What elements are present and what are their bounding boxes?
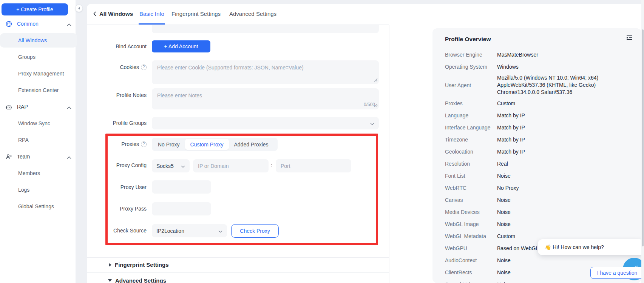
cookies-textarea[interactable] [152, 60, 379, 84]
resize-grip-icon[interactable] [374, 77, 378, 83]
chevron-up-icon [67, 154, 71, 157]
overview-row-value: Based on WebGL [497, 243, 539, 254]
proxy-user-label: Proxy User [87, 183, 147, 191]
proxy-mode-no-proxy[interactable]: No Proxy [153, 139, 185, 150]
tab-advanced-settings[interactable]: Advanced Settings [229, 11, 277, 23]
overview-row-label: WebGL Image [445, 221, 497, 227]
check-proxy-button[interactable]: Check Proxy [231, 224, 279, 238]
collapse-arrow-icon [78, 7, 80, 10]
proxy-user-input[interactable] [152, 180, 211, 194]
sidebar-item-global-settings[interactable]: Global Settings [0, 198, 76, 215]
overview-row-label: Resolution [445, 161, 497, 167]
check-source-select[interactable]: IP2Location [152, 224, 227, 237]
overview-row: Browser Engine MasMateBrowser [445, 49, 632, 61]
check-source-label: Check Source [87, 227, 147, 234]
overview-row-label: Interface Language [445, 125, 497, 131]
help-icon[interactable] [141, 65, 147, 70]
overview-row-value: Custom [497, 231, 515, 241]
browser-icon [6, 21, 12, 27]
proxy-port-input[interactable] [276, 159, 351, 172]
chevron-up-icon [67, 105, 71, 108]
overview-row-label: SpeechVoices [445, 281, 497, 283]
bind-account-label: Bind Account [87, 43, 147, 50]
cookies-field-wrap [152, 60, 379, 84]
overview-row-label: Timezone [445, 137, 497, 143]
overview-row-value: Mozilla/5.0 (Windows NT 10.0; Win64; x64… [497, 73, 630, 97]
sidebar: + Create Profile Common All Windows Grou… [0, 0, 76, 283]
proxy-pass-input[interactable] [152, 202, 211, 215]
create-profile-button[interactable]: + Create Profile [2, 3, 68, 15]
window-scrollbar [641, 0, 644, 283]
overview-row-value: Real [497, 159, 508, 169]
sidebar-section-rap[interactable]: RAP [0, 98, 76, 115]
overview-row: Media Devices Noise [445, 206, 632, 218]
sidebar-item-proxy-management[interactable]: Proxy Management [0, 65, 76, 82]
sidebar-item-logs[interactable]: Logs [0, 181, 76, 198]
overview-row-label: Browser Engine [445, 52, 497, 58]
chat-question-button[interactable]: I have a question [590, 267, 644, 279]
overview-row-label: WebRTC [445, 185, 497, 191]
add-account-button[interactable]: + Add Account [152, 40, 210, 52]
sidebar-item-rpa[interactable]: RPA [0, 132, 76, 148]
team-icon [6, 154, 12, 160]
overview-row-value: Windows [497, 62, 519, 72]
overview-row: SpeechVoices Noise [445, 278, 632, 283]
overview-row-label: Operating System [445, 64, 497, 70]
proxy-config-label: Proxy Config [87, 161, 147, 169]
overview-row-label: Language [445, 112, 497, 118]
sidebar-item-extension-center[interactable]: Extension Center [0, 82, 76, 98]
overview-row-label: WebGPU [445, 245, 497, 251]
tab-basic-info[interactable]: Basic Info [139, 11, 165, 25]
panel-options-icon[interactable] [626, 35, 632, 42]
chevron-down-icon [218, 228, 222, 234]
chevron-up-icon [67, 22, 71, 25]
robot-icon [6, 104, 12, 110]
panel-title: Profile Overview [445, 36, 632, 43]
overview-row: WebRTC No Proxy [445, 182, 632, 194]
scrollbar-thumb[interactable] [642, 29, 644, 246]
fingerprint-settings-section[interactable]: Fingerprint Settings [109, 261, 169, 268]
resize-grip-icon[interactable] [374, 102, 378, 108]
profile-notes-field-wrap: 0/500 [152, 88, 379, 109]
section-separator [87, 257, 389, 258]
sidebar-item-members[interactable]: Members [0, 165, 76, 181]
proxy-ip-input[interactable] [193, 159, 269, 172]
sidebar-item-window-sync[interactable]: Window Sync [0, 115, 76, 132]
overview-row: Canvas Noise [445, 194, 632, 206]
back-to-all-windows[interactable]: All Windows [93, 11, 133, 17]
sidebar-section-team[interactable]: Team [0, 148, 76, 165]
overview-row-label: Geolocation [445, 149, 497, 155]
overview-row: AudioContext Noise [445, 254, 632, 266]
sidebar-item-groups[interactable]: Groups [0, 49, 76, 65]
overview-row: Font List Noise [445, 170, 632, 182]
sidebar-item-all-windows[interactable]: All Windows [0, 33, 77, 48]
overview-row-label: WebGL Metadata [445, 233, 497, 239]
overview-row-value: MasMateBrowser [497, 50, 538, 60]
overview-row: Operating System Windows [445, 61, 632, 73]
proxy-mode-custom-proxy[interactable]: Custom Proxy [185, 139, 229, 150]
triangle-down-icon [108, 279, 112, 282]
proxy-protocol-select[interactable]: Socks5 [152, 159, 190, 172]
overview-row-value: Match by IP [497, 123, 525, 133]
proxy-mode-segmented: No Proxy Custom Proxy Added Proxies [152, 138, 278, 151]
overview-row-value: Noise [497, 255, 511, 266]
tab-fingerprint-settings[interactable]: Fingerprint Settings [171, 11, 221, 23]
overview-row: Resolution Real [445, 158, 632, 170]
sidebar-section-common[interactable]: Common [0, 15, 76, 32]
advanced-settings-section[interactable]: Advanced Settings [108, 277, 166, 283]
overview-row-value: Noise [497, 268, 511, 278]
proxy-pass-label: Proxy Pass [87, 205, 147, 212]
proxy-mode-added-proxies[interactable]: Added Proxies [229, 139, 274, 150]
overview-row-label: Font List [445, 173, 497, 179]
sidebar-collapse-button[interactable] [75, 5, 83, 12]
help-icon[interactable] [141, 142, 147, 147]
overview-row: User Agent Mozilla/5.0 (Windows NT 10.0;… [445, 73, 632, 97]
sidebar-section-label: RAP [17, 104, 28, 110]
chat-greeting-text: 👋 Hi! How can we help? [545, 244, 604, 250]
profile-groups-select[interactable] [152, 117, 379, 129]
sidebar-section-label: Common [17, 21, 39, 27]
proxies-label: Proxies [87, 140, 147, 148]
profile-notes-textarea[interactable] [152, 88, 379, 109]
overview-row-value: Noise [497, 171, 511, 181]
sidebar-section-label: Team [17, 154, 30, 160]
